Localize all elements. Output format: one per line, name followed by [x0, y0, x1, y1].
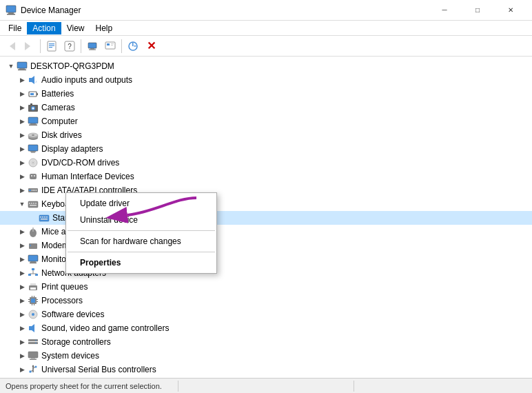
network-icon: [28, 268, 39, 279]
dvd-icon: [28, 157, 39, 168]
expand-network[interactable]: ▶: [17, 268, 28, 279]
tree-item-processors[interactable]: ▶ Processors: [0, 294, 532, 308]
tree-item-computer[interactable]: ▶ Computer: [0, 114, 532, 128]
system-icon: [28, 350, 39, 361]
tree-item-disk[interactable]: ▶ Disk drives: [0, 128, 532, 142]
expand-audio[interactable]: ▶: [17, 74, 28, 85]
tree-item-hid[interactable]: ▶ Human Interface Devices: [0, 170, 532, 183]
expand-monitors[interactable]: ▶: [17, 254, 28, 265]
expand-dvd[interactable]: ▶: [17, 157, 28, 168]
svg-rect-89: [28, 299, 30, 300]
audio-icon: ♪: [28, 74, 39, 85]
expand-ide[interactable]: ▶: [17, 185, 28, 196]
svg-rect-14: [105, 42, 115, 49]
tree-item-dvd[interactable]: ▶ DVD/CD-ROM drives: [0, 156, 532, 170]
show-hidden-button[interactable]: [102, 38, 119, 54]
status-text: Opens property sheet for the current sel…: [6, 382, 175, 390]
menu-help[interactable]: Help: [90, 22, 119, 34]
svg-point-104: [35, 343, 37, 344]
tree-item-sound[interactable]: ▶ Sound, video and game controllers: [0, 321, 532, 335]
svg-text:?: ?: [68, 43, 72, 50]
tree-item-software[interactable]: ▶ Software devices: [0, 308, 532, 321]
close-button[interactable]: ✕: [495, 0, 526, 21]
device-tree[interactable]: ▼ DESKTOP-QRG3PDM ▶ ♪ Audio inputs an: [0, 57, 532, 378]
svg-rect-75: [28, 255, 38, 261]
expand-display[interactable]: ▶: [17, 143, 28, 154]
svg-rect-101: [28, 339, 38, 341]
expand-sound[interactable]: ▶: [17, 323, 28, 334]
svg-marker-25: [32, 76, 34, 84]
expand-root[interactable]: ▼: [6, 61, 17, 72]
expand-computer[interactable]: ▶: [17, 116, 28, 127]
svg-rect-7: [49, 45, 54, 46]
svg-rect-49: [34, 175, 35, 177]
batteries-label: Batteries: [41, 89, 74, 99]
show-devices-button[interactable]: [84, 38, 101, 54]
context-scan-hardware[interactable]: Scan for hardware changes: [66, 233, 216, 250]
cameras-label: Cameras: [41, 103, 75, 112]
maximize-button[interactable]: □: [462, 0, 493, 21]
svg-rect-2: [7, 14, 15, 15]
ide-icon: [28, 185, 39, 196]
expand-batteries[interactable]: ▶: [17, 88, 28, 99]
tree-item-batteries[interactable]: ▶ Batteries: [0, 87, 532, 101]
expand-processors[interactable]: ▶: [17, 295, 28, 306]
expand-disk[interactable]: ▶: [17, 130, 28, 141]
tree-item-system[interactable]: ▶ System devices: [0, 349, 532, 363]
status-divider-2: [354, 381, 354, 392]
tree-item-usb[interactable]: ▶ Universal Serial Bus controllers: [0, 363, 532, 376]
storage-icon: [28, 336, 39, 347]
expand-print[interactable]: ▶: [17, 281, 28, 292]
tree-root[interactable]: ▼ DESKTOP-QRG3PDM: [0, 59, 532, 73]
minimize-button[interactable]: ─: [429, 0, 460, 21]
svg-rect-107: [30, 359, 37, 361]
help-button[interactable]: ?: [61, 38, 78, 54]
menu-file[interactable]: File: [3, 22, 27, 34]
menu-bar: File Action View Help: [0, 21, 532, 36]
svg-rect-67: [41, 219, 48, 220]
expand-system[interactable]: ▶: [17, 350, 28, 361]
expand-mice[interactable]: ▶: [17, 226, 28, 237]
svg-rect-53: [33, 190, 34, 191]
svg-rect-94: [34, 296, 34, 297]
properties-button[interactable]: [43, 38, 60, 54]
svg-marker-100: [32, 324, 34, 332]
tree-item-cameras[interactable]: ▶ Cameras: [0, 101, 532, 114]
svg-rect-47: [30, 174, 37, 179]
batteries-icon: [28, 88, 39, 99]
expand-usb[interactable]: ▶: [17, 364, 28, 375]
expand-keyboards[interactable]: ▼: [17, 199, 28, 210]
tree-item-audio[interactable]: ▶ ♪ Audio inputs and outputs: [0, 73, 532, 87]
svg-rect-112: [30, 371, 32, 373]
expand-software[interactable]: ▶: [17, 309, 28, 320]
svg-rect-61: [30, 205, 37, 206]
remove-button[interactable]: ✕: [143, 38, 159, 54]
window-controls: ─ □ ✕: [429, 0, 526, 21]
expand-cameras[interactable]: ▶: [17, 102, 28, 113]
monitors-icon: [28, 254, 39, 265]
usb-label: Universal Serial Bus controllers: [41, 365, 156, 374]
context-uninstall-device[interactable]: Uninstall device: [66, 212, 216, 228]
system-label: System devices: [41, 351, 99, 361]
forward-button[interactable]: [21, 38, 37, 54]
context-properties[interactable]: Properties: [66, 254, 216, 271]
expand-storage[interactable]: ▶: [17, 336, 28, 347]
context-update-driver[interactable]: Update driver: [66, 195, 216, 212]
app-icon: [6, 5, 17, 16]
tree-item-display[interactable]: ▶ Display adapters: [0, 142, 532, 156]
tree-item-print[interactable]: ▶ Print queues: [0, 280, 532, 294]
svg-rect-43: [31, 152, 35, 153]
main-content: ▼ DESKTOP-QRG3PDM ▶ ♪ Audio inputs an: [0, 57, 532, 378]
tree-item-storage[interactable]: ▶ Storage controllers: [0, 335, 532, 349]
menu-action[interactable]: Action: [27, 22, 61, 34]
svg-rect-58: [31, 203, 32, 204]
scan-button[interactable]: [125, 38, 141, 54]
expand-modems[interactable]: ▶: [17, 240, 28, 251]
svg-rect-76: [30, 261, 36, 263]
software-icon: [28, 309, 39, 320]
ps2-keyboard-icon: [39, 212, 50, 223]
back-button[interactable]: [3, 38, 19, 54]
audio-label: Audio inputs and outputs: [41, 75, 132, 85]
expand-hid[interactable]: ▶: [17, 171, 28, 182]
menu-view[interactable]: View: [61, 22, 90, 34]
